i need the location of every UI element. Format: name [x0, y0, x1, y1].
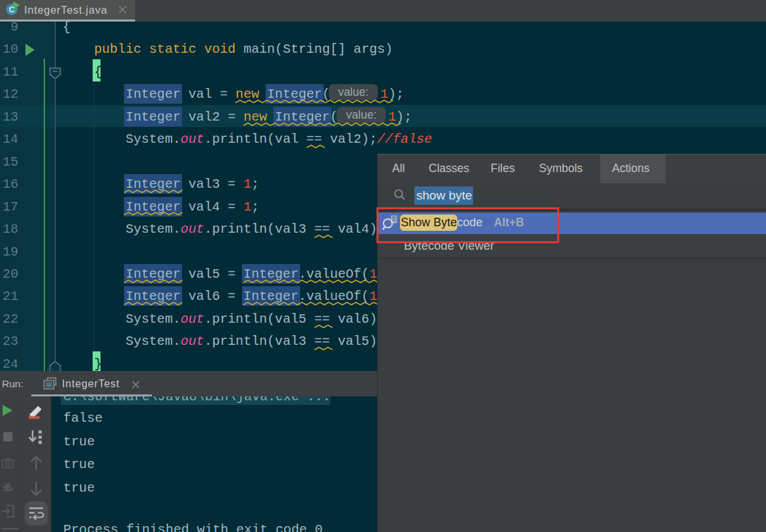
svg-text:C: C	[8, 5, 14, 14]
